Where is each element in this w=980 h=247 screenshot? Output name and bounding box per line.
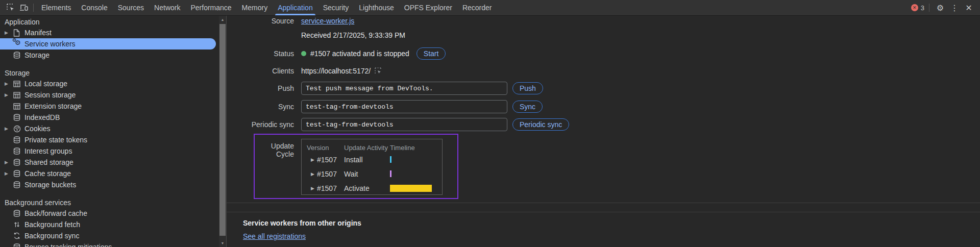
tab-sources[interactable]: Sources bbox=[113, 0, 149, 15]
sidebar-item-interest-groups[interactable]: Interest groups bbox=[0, 145, 216, 157]
sidebar-item-label: Storage bbox=[24, 51, 50, 59]
sidebar-item-private-state-tokens[interactable]: Private state tokens bbox=[0, 134, 216, 145]
status-row: Status #1507 activated and is stopped St… bbox=[227, 47, 446, 60]
tab-console[interactable]: Console bbox=[76, 0, 112, 15]
sidebar-item-bounce-tracking-mitigations[interactable]: Bounce tracking mitigations bbox=[0, 241, 216, 247]
expand-arrow-icon[interactable]: ▶ bbox=[5, 30, 13, 35]
push-button[interactable]: Push bbox=[512, 82, 543, 94]
expand-arrow-icon[interactable]: ▶ bbox=[5, 126, 13, 131]
clients-row: Clients https://localhost:5172/ bbox=[227, 67, 382, 75]
update-cycle-table: VersionUpdate ActivityTimeline▶#1507Inst… bbox=[301, 139, 443, 195]
see-all-registrations-link[interactable]: See all registrations bbox=[243, 232, 306, 240]
file-icon bbox=[13, 29, 24, 37]
sync-tag-input[interactable] bbox=[301, 100, 507, 113]
sidebar-item-label: Back/forward cache bbox=[24, 209, 87, 217]
sidebar-section-storage: Storage bbox=[0, 68, 218, 78]
expand-arrow-icon[interactable]: ▶ bbox=[5, 81, 13, 86]
tab-network[interactable]: Network bbox=[149, 0, 185, 15]
cookie-icon bbox=[13, 125, 24, 133]
expand-arrow-icon[interactable]: ▶ bbox=[311, 171, 314, 177]
clients-label: Clients bbox=[227, 67, 294, 75]
table-icon bbox=[13, 103, 24, 110]
status-text: #1507 activated and is stopped bbox=[310, 50, 409, 58]
database-icon bbox=[13, 114, 24, 121]
sidebar-item-storage[interactable]: Storage bbox=[0, 50, 216, 61]
periodic-sync-button[interactable]: Periodic sync bbox=[512, 118, 569, 131]
sidebar-scrollbar[interactable]: ▲ ▼ bbox=[219, 16, 226, 247]
sidebar-item-label: Shared storage bbox=[24, 158, 74, 166]
expand-arrow-icon[interactable]: ▶ bbox=[5, 171, 13, 176]
other-origins-heading: Service workers from other origins bbox=[243, 219, 361, 227]
tab-performance[interactable]: Performance bbox=[185, 0, 236, 15]
periodic-sync-row: Periodic sync Periodic sync bbox=[227, 118, 569, 131]
tab-lighthouse[interactable]: Lighthouse bbox=[354, 0, 399, 15]
source-label: Source bbox=[227, 17, 294, 25]
sync-icon bbox=[13, 232, 24, 239]
periodic-sync-tag-input[interactable] bbox=[301, 118, 507, 131]
tab-security[interactable]: Security bbox=[318, 0, 354, 15]
sidebar-item-label: Bounce tracking mitigations bbox=[24, 243, 112, 247]
sidebar-item-indexeddb[interactable]: IndexedDB bbox=[0, 112, 216, 123]
sidebar-section-background-services: Background services bbox=[0, 197, 218, 208]
expand-arrow-icon[interactable]: ▶ bbox=[311, 186, 314, 191]
source-file-link[interactable]: service-worker.js bbox=[301, 17, 354, 25]
start-button[interactable]: Start bbox=[416, 47, 446, 60]
focus-client-icon[interactable] bbox=[375, 67, 382, 75]
sidebar-item-label: Interest groups bbox=[24, 147, 72, 155]
scroll-down-icon[interactable]: ▼ bbox=[219, 239, 226, 247]
sidebar-item-label: Local storage bbox=[24, 80, 67, 88]
database-icon bbox=[13, 159, 24, 166]
sidebar-item-label: Private state tokens bbox=[24, 136, 87, 144]
update-cycle-activity: Install bbox=[344, 156, 363, 164]
expand-arrow-icon[interactable]: ▶ bbox=[311, 157, 314, 162]
tab-recorder[interactable]: Recorder bbox=[457, 0, 497, 15]
sidebar-item-label: Extension storage bbox=[24, 102, 82, 110]
panel-tabs: ElementsConsoleSourcesNetworkPerformance… bbox=[36, 0, 497, 15]
close-devtools-icon[interactable]: ✕ bbox=[963, 2, 975, 14]
expand-arrow-icon[interactable]: ▶ bbox=[5, 160, 13, 165]
update-cycle-header-version: Version bbox=[307, 144, 329, 152]
toolbar-right: ✕ 3 ⚙ ⋮ ✕ bbox=[911, 0, 980, 15]
sidebar-item-cache-storage[interactable]: ▶Cache storage bbox=[0, 168, 216, 179]
scroll-up-icon[interactable]: ▲ bbox=[219, 16, 226, 23]
sidebar-item-background-sync[interactable]: Background sync bbox=[0, 230, 216, 241]
timeline-install-mark bbox=[390, 156, 391, 163]
tab-memory[interactable]: Memory bbox=[237, 0, 273, 15]
sidebar-item-background-fetch[interactable]: Background fetch bbox=[0, 219, 216, 230]
database-icon bbox=[13, 52, 24, 59]
update-cycle-header-update-activity: Update Activity bbox=[344, 144, 388, 152]
database-icon bbox=[13, 147, 24, 155]
sidebar-item-cookies[interactable]: ▶Cookies bbox=[0, 123, 216, 134]
sidebar-item-storage-buckets[interactable]: Storage buckets bbox=[0, 179, 216, 190]
sidebar-item-session-storage[interactable]: ▶Session storage bbox=[0, 89, 216, 101]
update-cycle-version: #1507 bbox=[317, 170, 337, 178]
devtools-tabbar: ElementsConsoleSourcesNetworkPerformance… bbox=[0, 0, 980, 16]
update-cycle-activity: Activate bbox=[344, 184, 370, 192]
settings-gear-icon[interactable]: ⚙ bbox=[934, 2, 946, 14]
sidebar-item-extension-storage[interactable]: Extension storage bbox=[0, 101, 216, 112]
tab-opfs-explorer[interactable]: OPFS Explorer bbox=[399, 0, 457, 15]
database-icon bbox=[13, 136, 24, 144]
device-toolbar-icon[interactable] bbox=[17, 2, 31, 14]
push-message-input[interactable] bbox=[301, 82, 507, 95]
inspect-element-icon[interactable] bbox=[4, 2, 17, 14]
database-icon bbox=[13, 243, 24, 247]
table-icon bbox=[13, 92, 24, 98]
sidebar-item-back-forward-cache[interactable]: Back/forward cache bbox=[0, 208, 216, 219]
sidebar-item-service-workers[interactable]: ⚙⚙Service workers bbox=[0, 38, 216, 50]
sync-button[interactable]: Sync bbox=[512, 101, 543, 113]
tab-elements[interactable]: Elements bbox=[36, 0, 76, 15]
tab-application[interactable]: Application bbox=[273, 0, 318, 15]
status-label: Status bbox=[227, 50, 294, 58]
section-divider bbox=[227, 212, 980, 212]
console-errors-badge[interactable]: ✕ 3 bbox=[911, 4, 924, 12]
update-cycle-highlight-box: Update Cycle VersionUpdate ActivityTimel… bbox=[254, 134, 458, 199]
sidebar-item-local-storage[interactable]: ▶Local storage bbox=[0, 78, 216, 89]
sidebar-item-label: Service workers bbox=[24, 40, 76, 48]
sidebar-item-shared-storage[interactable]: ▶Shared storage bbox=[0, 157, 216, 168]
expand-arrow-icon[interactable]: ▶ bbox=[5, 92, 13, 97]
more-options-icon[interactable]: ⋮ bbox=[948, 2, 961, 14]
error-count: 3 bbox=[921, 4, 924, 12]
scrollbar-thumb[interactable] bbox=[219, 24, 226, 236]
sidebar-item-manifest[interactable]: ▶Manifest bbox=[0, 27, 216, 38]
